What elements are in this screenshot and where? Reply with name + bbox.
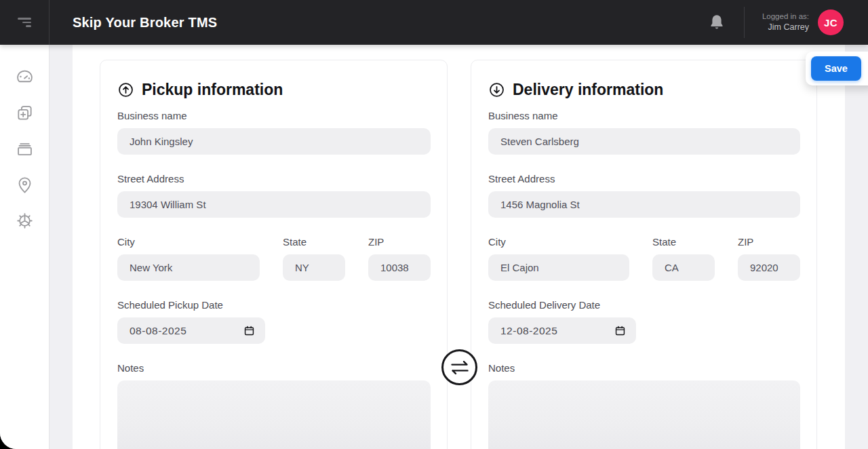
pickup-street-group: Street Address (117, 173, 431, 218)
delivery-street-input[interactable] (488, 191, 800, 218)
delivery-city-input[interactable] (488, 254, 629, 281)
pickup-notes-label: Notes (117, 362, 431, 374)
delivery-title-text: Delivery information (513, 81, 663, 99)
delivery-business-group: Business name (488, 110, 800, 155)
pickup-business-group: Business name (117, 110, 431, 155)
delivery-notes-label: Notes (488, 362, 800, 374)
bell-icon[interactable] (709, 14, 725, 31)
sidebar (0, 45, 50, 449)
login-info: Logged in as: Jim Carrey (762, 12, 809, 33)
sidebar-item-create-load[interactable] (14, 102, 35, 123)
pickup-city-state-zip-row: City State ZIP (117, 236, 431, 281)
app-title: Skip Your Broker TMS (73, 15, 217, 31)
delivery-notes-group: Notes (488, 362, 800, 449)
calendar-icon[interactable] (614, 325, 626, 336)
pickup-zip-group: ZIP (368, 236, 431, 281)
pickup-zip-label: ZIP (368, 236, 431, 248)
dashboard-gauge-icon (15, 67, 35, 87)
arrow-up-circle-icon (117, 81, 134, 98)
swap-arrows-icon (450, 359, 470, 376)
top-bar: Skip Your Broker TMS Logged in as: Jim C… (0, 0, 868, 45)
settings-gear-icon (15, 211, 35, 231)
delivery-card-title: Delivery information (488, 81, 800, 99)
delivery-notes-textarea[interactable] (488, 380, 800, 449)
delivery-date-value: 12-08-2025 (500, 325, 557, 337)
delivery-state-input[interactable] (652, 254, 715, 281)
pickup-card: Pickup information Business name Street … (100, 60, 448, 449)
pickup-business-label: Business name (117, 110, 431, 121)
sidebar-item-loads[interactable] (14, 138, 35, 159)
pickup-state-group: State (283, 236, 345, 281)
calendar-icon[interactable] (243, 325, 255, 336)
delivery-city-label: City (488, 236, 629, 248)
pickup-street-label: Street Address (117, 173, 431, 184)
logged-in-label: Logged in as: (762, 12, 809, 22)
delivery-street-group: Street Address (488, 173, 800, 218)
sidebar-item-dashboard[interactable] (14, 66, 35, 87)
user-name: Jim Carrey (762, 22, 809, 33)
pickup-state-label: State (283, 236, 345, 248)
pickup-title-text: Pickup information (142, 81, 283, 99)
delivery-business-input[interactable] (488, 128, 800, 155)
sidebar-item-settings[interactable] (14, 210, 35, 231)
locations-pin-icon (15, 175, 35, 195)
app-window: Skip Your Broker TMS Logged in as: Jim C… (0, 0, 868, 449)
header-divider (744, 7, 745, 38)
save-button[interactable]: Save (811, 56, 861, 81)
create-load-icon (15, 103, 35, 123)
pickup-date-input[interactable]: 08-08-2025 (117, 317, 265, 344)
arrow-down-circle-icon (488, 81, 505, 98)
delivery-state-label: State (652, 236, 715, 248)
sidebar-menu-button[interactable] (0, 0, 50, 45)
delivery-street-label: Street Address (488, 173, 800, 184)
pickup-card-title: Pickup information (117, 81, 431, 99)
delivery-business-label: Business name (488, 110, 800, 121)
pickup-city-label: City (117, 236, 260, 248)
delivery-date-input[interactable]: 12-08-2025 (488, 317, 636, 344)
pickup-street-input[interactable] (117, 191, 431, 218)
delivery-date-group: Scheduled Delivery Date 12-08-2025 (488, 299, 800, 344)
delivery-city-state-zip-row: City State ZIP (488, 236, 800, 281)
pickup-business-input[interactable] (117, 128, 431, 155)
pickup-date-value: 08-08-2025 (130, 325, 186, 337)
delivery-card: Delivery information Business name Stree… (471, 60, 817, 449)
pickup-date-label: Scheduled Pickup Date (117, 299, 431, 311)
delivery-zip-label: ZIP (738, 236, 800, 248)
header-right: Logged in as: Jim Carrey JC (709, 7, 868, 38)
pickup-city-group: City (117, 236, 260, 281)
avatar[interactable]: JC (818, 9, 844, 35)
content-panel: Pickup information Business name Street … (73, 45, 845, 449)
swap-pickup-delivery-button[interactable] (441, 349, 477, 385)
delivery-city-group: City (488, 236, 629, 281)
sidebar-item-locations[interactable] (14, 174, 35, 195)
delivery-zip-group: ZIP (738, 236, 800, 281)
delivery-state-group: State (652, 236, 715, 281)
delivery-zip-input[interactable] (738, 254, 800, 281)
pickup-state-input[interactable] (283, 254, 345, 281)
pickup-notes-group: Notes (117, 362, 431, 449)
menu-icon (18, 18, 31, 27)
loads-tray-icon (15, 139, 35, 159)
save-panel: Save (806, 52, 868, 85)
pickup-city-input[interactable] (117, 254, 260, 281)
pickup-notes-textarea[interactable] (117, 380, 431, 449)
delivery-date-label: Scheduled Delivery Date (488, 299, 800, 311)
pickup-zip-input[interactable] (368, 254, 431, 281)
pickup-date-group: Scheduled Pickup Date 08-08-2025 (117, 299, 431, 344)
